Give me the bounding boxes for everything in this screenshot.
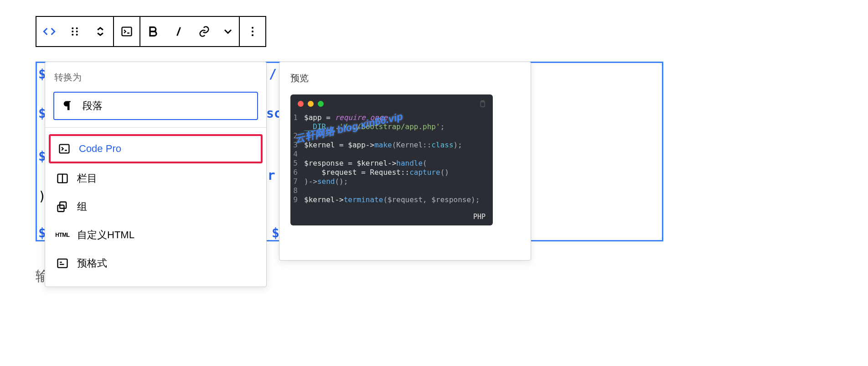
chevron-down-icon [222, 25, 234, 38]
paragraph-icon [62, 99, 74, 112]
option-label: 段落 [83, 99, 103, 113]
svg-point-10 [252, 34, 253, 36]
maximize-dot-icon [318, 101, 324, 107]
drag-handle-button[interactable] [62, 17, 88, 46]
italic-icon [172, 25, 185, 38]
terminal-button[interactable] [114, 17, 140, 46]
chevron-updown-icon [94, 25, 107, 38]
svg-rect-11 [60, 145, 69, 153]
language-badge: PHP [290, 209, 493, 225]
block-toolbar [36, 16, 266, 47]
more-vertical-icon [246, 25, 259, 38]
link-icon [198, 25, 211, 38]
preformatted-icon [56, 257, 69, 270]
transform-option-paragraph[interactable]: 段落 [53, 92, 258, 120]
svg-point-5 [76, 34, 78, 36]
option-label: 组 [77, 200, 87, 214]
preview-title: 预览 [290, 72, 520, 84]
italic-button[interactable] [166, 17, 191, 46]
svg-point-8 [252, 27, 253, 29]
transform-option-preformatted[interactable]: 预格式 [49, 250, 263, 277]
columns-icon [56, 172, 69, 185]
block-type-button[interactable] [36, 17, 62, 46]
terminal-icon [58, 142, 71, 155]
option-label: 栏目 [77, 172, 97, 185]
group-icon [56, 200, 69, 213]
option-label: 预格式 [77, 256, 107, 270]
close-dot-icon [298, 101, 304, 107]
transform-option-group[interactable]: 组 [49, 193, 263, 220]
popup-title: 转换为 [45, 62, 266, 90]
html-icon: HTML [56, 229, 69, 241]
preview-panel: 预览 1$app = require_once __DIR__.'/../boo… [279, 62, 531, 261]
svg-line-7 [177, 27, 181, 36]
svg-point-3 [76, 31, 78, 32]
code-body: 1$app = require_once __DIR__.'/../bootst… [290, 113, 493, 209]
clipboard-icon[interactable] [478, 100, 486, 110]
option-label: Code Pro [79, 143, 121, 155]
option-label: 自定义HTML [77, 228, 134, 242]
svg-point-9 [252, 31, 253, 32]
svg-point-2 [72, 31, 73, 32]
move-updown-button[interactable] [88, 17, 113, 46]
more-formatting-button[interactable] [217, 17, 239, 46]
svg-point-0 [72, 27, 73, 29]
svg-rect-16 [58, 259, 67, 268]
svg-point-1 [76, 27, 78, 29]
transform-option-custom-html[interactable]: HTML 自定义HTML [49, 222, 263, 248]
window-titlebar [290, 94, 493, 113]
code-window: 1$app = require_once __DIR__.'/../bootst… [290, 94, 493, 225]
bold-button[interactable] [140, 17, 166, 46]
transform-option-code-pro[interactable]: Code Pro [49, 134, 263, 163]
svg-point-4 [72, 34, 73, 36]
transform-popup: 转换为 段落 Code Pro 栏目 组 HTML 自定义HTML 预格式 [45, 62, 267, 287]
terminal-icon [120, 25, 133, 38]
more-options-button[interactable] [240, 17, 265, 46]
transform-option-columns[interactable]: 栏目 [49, 165, 263, 192]
svg-rect-6 [122, 27, 132, 36]
link-button[interactable] [191, 17, 217, 46]
bold-icon [147, 25, 160, 38]
minimize-dot-icon [308, 101, 314, 107]
drag-dots-icon [68, 25, 81, 38]
code-brackets-icon [43, 25, 56, 38]
